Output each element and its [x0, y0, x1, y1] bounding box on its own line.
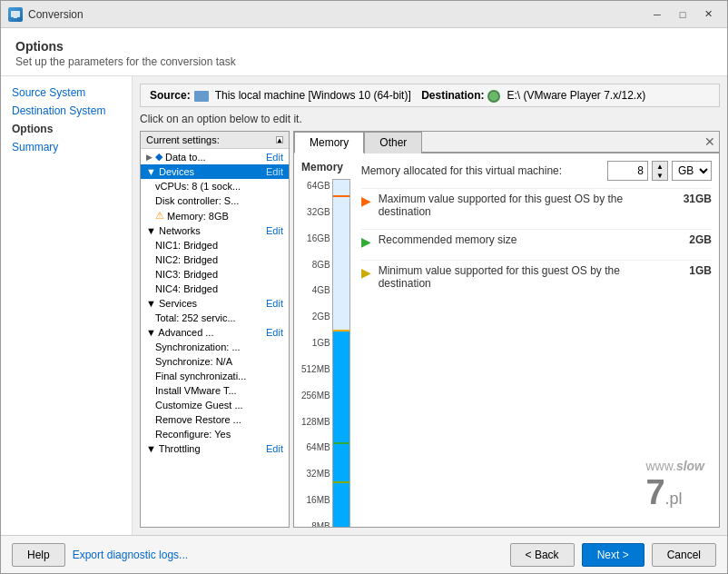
tree-item-sync[interactable]: Synchronization: ...	[141, 340, 289, 354]
tree-item-devices[interactable]: ▼ Devices Edit	[141, 164, 289, 179]
warning-icon: ⚠	[155, 210, 164, 222]
max-value-label: Maximum value supported for this guest O…	[379, 193, 669, 218]
max-value-amount: 31GB	[684, 193, 712, 205]
tree-scroll-up[interactable]: ▲	[276, 136, 283, 144]
settings-tree: Current settings: ▲ ▶ ◆ Data to... Edit …	[140, 131, 290, 528]
window-controls: ─ □ ✕	[645, 5, 720, 24]
page-title: Options	[15, 39, 713, 54]
tree-item-customize[interactable]: Customize Guest ...	[141, 398, 289, 412]
main-window: Conversion ─ □ ✕ Options Set up the para…	[0, 0, 728, 574]
memory-input-group: ▲ ▼ MB GB	[607, 161, 712, 181]
help-button[interactable]: Help	[12, 543, 65, 567]
min-value-amount: 1GB	[689, 264, 712, 277]
tree-item-data[interactable]: ▶ ◆ Data to... Edit	[141, 149, 289, 164]
edit-advanced-link[interactable]: Edit	[266, 327, 283, 338]
recommended-amount: 2GB	[689, 233, 712, 246]
edit-devices-link[interactable]: Edit	[266, 166, 283, 177]
tree-item-advanced[interactable]: ▼ Advanced ... Edit	[141, 325, 289, 340]
panel-content: Current settings: ▲ ▶ ◆ Data to... Edit …	[140, 131, 720, 528]
min-value-label: Minimum value supported for this guest O…	[379, 264, 675, 290]
tree-item-services[interactable]: ▼ Services Edit	[141, 296, 289, 311]
footer: Help Export diagnostic logs... < Back Ne…	[1, 535, 727, 573]
sidebar-item-summary[interactable]: Summary	[1, 138, 132, 156]
tree-item-nic4[interactable]: NIC4: Bridged	[141, 282, 289, 296]
min-marker: ◀	[333, 481, 349, 483]
current-marker: ◀	[333, 330, 349, 332]
edit-data-link[interactable]: Edit	[266, 152, 283, 163]
spin-down-button[interactable]: ▼	[653, 171, 667, 180]
watermark-url: www.slow	[645, 459, 704, 473]
tab-memory[interactable]: Memory	[294, 132, 364, 153]
tree-item-nic3[interactable]: NIC3: Bridged	[141, 267, 289, 282]
tree-header: Current settings: ▲	[141, 132, 289, 149]
close-button[interactable]: ✕	[696, 5, 720, 24]
cancel-button[interactable]: Cancel	[652, 543, 716, 567]
tree-item-sync-na[interactable]: Synchronize: N/A	[141, 354, 289, 369]
tab-other[interactable]: Other	[364, 132, 422, 153]
sidebar: Source System Destination System Options…	[1, 76, 133, 535]
panel-close-icon[interactable]: ✕	[704, 134, 715, 149]
scale-wrapper: 64GB 32GB 16GB 8GB 4GB 2GB 1GB 512MB 256…	[301, 179, 350, 527]
unit-select[interactable]: MB GB	[672, 161, 712, 181]
dest-label: Destination:	[421, 89, 484, 102]
edit-services-link[interactable]: Edit	[266, 298, 283, 309]
scale-labels: 64GB 32GB 16GB 8GB 4GB 2GB 1GB 512MB 256…	[301, 179, 330, 527]
export-logs-link[interactable]: Export diagnostic logs...	[73, 549, 188, 561]
memory-bar-fill	[333, 332, 349, 527]
app-icon	[8, 7, 23, 22]
memory-value-input[interactable]	[607, 161, 648, 181]
diamond-icon: ◆	[155, 151, 162, 163]
right-panel: Memory Other ✕ Memory	[293, 131, 720, 528]
tree-item-remove-restore[interactable]: Remove Restore ...	[141, 412, 289, 427]
memory-info: Memory allocated for this virtual machin…	[361, 161, 712, 520]
source-dest-bar: Source: This local machine [Windows 10 (…	[140, 84, 720, 107]
recommended-marker: ◀	[333, 442, 349, 444]
sidebar-item-source-system[interactable]: Source System	[1, 84, 132, 102]
max-value-arrow: ▶	[361, 193, 371, 208]
recommended-label: Recommended memory size	[379, 233, 675, 246]
edit-throttling-link[interactable]: Edit	[266, 443, 283, 454]
tree-item-throttling[interactable]: ▼ Throttling Edit	[141, 441, 289, 456]
tree-item-nic2[interactable]: NIC2: Bridged	[141, 252, 289, 267]
tree-item-total-services[interactable]: Total: 252 servic...	[141, 311, 289, 325]
watermark-7: 7	[645, 473, 664, 512]
tree-item-memory[interactable]: ⚠ Memory: 8GB	[141, 208, 289, 223]
max-marker: ◀	[333, 195, 349, 197]
watermark: www.slow 7 .pl	[645, 459, 704, 512]
recommended-arrow: ▶	[361, 234, 371, 249]
tree-item-networks[interactable]: ▼ Networks Edit	[141, 223, 289, 238]
header-section: Options Set up the parameters for the co…	[1, 28, 727, 76]
tree-item-reconfigure[interactable]: Reconfigure: Yes	[141, 427, 289, 441]
tree-item-final-sync[interactable]: Final synchronizati...	[141, 369, 289, 383]
source-label: Source:	[150, 89, 191, 102]
arrow-right-icon: ▶	[146, 153, 152, 162]
memory-bar: ◀ ◀ ◀	[332, 179, 350, 527]
source-value: This local machine [Windows 10 (64-bit)]	[215, 89, 411, 102]
tree-item-nic1[interactable]: NIC1: Bridged	[141, 238, 289, 252]
spin-up-button[interactable]: ▲	[653, 162, 667, 171]
edit-networks-link[interactable]: Edit	[266, 225, 283, 236]
recommended-row: ▶ Recommended memory size 2GB	[361, 229, 712, 252]
tree-item-vcpus[interactable]: vCPUs: 8 (1 sock...	[141, 179, 289, 193]
content-area: Source System Destination System Options…	[1, 76, 727, 535]
sidebar-item-options: Options	[1, 120, 132, 138]
watermark-logo-row: 7 .pl	[645, 473, 704, 512]
window-title: Conversion	[28, 8, 645, 21]
svg-rect-0	[11, 11, 20, 17]
minimize-button[interactable]: ─	[645, 5, 669, 24]
memory-scale-section: Memory 64GB 32GB 16GB 8GB 4GB 2GB	[301, 161, 350, 520]
next-button[interactable]: Next >	[582, 543, 644, 567]
back-button[interactable]: < Back	[510, 543, 575, 567]
memory-spinbox: ▲ ▼	[652, 161, 668, 181]
sidebar-item-destination-system[interactable]: Destination System	[1, 102, 132, 120]
tree-item-vmware-tools[interactable]: Install VMware T...	[141, 383, 289, 398]
monitor-icon	[194, 91, 209, 102]
max-value-row: ▶ Maximum value supported for this guest…	[361, 188, 712, 222]
tree-item-disk[interactable]: Disk controller: S...	[141, 193, 289, 208]
memory-panel-content: Memory 64GB 32GB 16GB 8GB 4GB 2GB	[294, 153, 719, 527]
min-value-arrow: ▶	[361, 265, 371, 280]
dest-value: E:\ (VMware Player 7.x/12.x)	[507, 89, 645, 102]
page-subtitle: Set up the parameters for the conversion…	[15, 55, 713, 68]
maximize-button[interactable]: □	[671, 5, 694, 24]
click-hint: Click on an option below to edit it.	[140, 113, 720, 125]
